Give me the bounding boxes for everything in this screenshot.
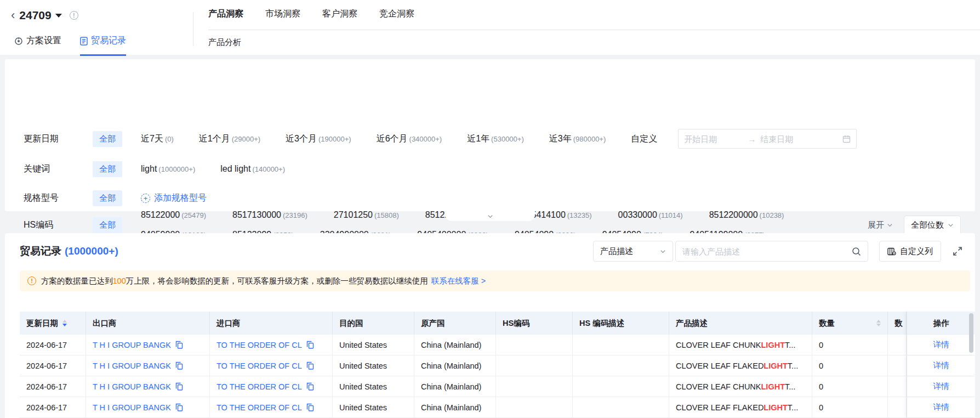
detail-link[interactable]: 详情 [933, 402, 949, 413]
option-custom[interactable]: 自定义 [631, 133, 657, 145]
add-spec-button[interactable]: + 添加规格型号 [141, 193, 207, 204]
copy-icon[interactable] [306, 382, 314, 391]
exporter-link[interactable]: T H I GROUP BANGK [93, 403, 171, 412]
cell-importer: TO THE ORDER OF CL [210, 355, 333, 376]
nav-product-insight[interactable]: 产品洞察 [208, 8, 243, 30]
caret-down-icon[interactable] [55, 14, 62, 18]
sort-icon[interactable] [876, 320, 881, 326]
exporter-link[interactable]: T H I GROUP BANGK [93, 382, 171, 391]
cell-product-desc: CLOVER LEAF CHUNK LIGHT T... [669, 335, 812, 355]
keyword-led-light[interactable]: led light(140000+) [220, 164, 285, 174]
copy-icon[interactable] [175, 403, 183, 411]
cell-hs-code [496, 335, 573, 355]
detail-link[interactable]: 详情 [933, 381, 949, 392]
expand-link[interactable]: 展开 [868, 220, 893, 230]
cell-destination: United States [333, 397, 414, 417]
nav-competitor-insight[interactable]: 竞企洞察 [379, 8, 414, 30]
cell-quantity: 0 [812, 335, 888, 355]
subnav-product-analysis[interactable]: 产品分析 [208, 30, 980, 48]
copy-icon[interactable] [175, 361, 183, 370]
option-7d[interactable]: 近7天(0) [141, 133, 174, 145]
col-clipped: 数 [888, 312, 907, 335]
tab-trade-records[interactable]: 贸易记录 [80, 35, 126, 56]
table-row: 2024-06-17 T H I GROUP BANGK TO THE ORDE… [20, 335, 975, 355]
detail-link[interactable]: 详情 [933, 340, 949, 350]
info-icon[interactable]: ! [70, 11, 78, 20]
tab-plan-settings[interactable]: 方案设置 [14, 35, 61, 56]
trade-records-panel: 贸易记录 (1000000+) 产品描述 自定义列 [5, 233, 975, 418]
copy-icon[interactable] [306, 361, 314, 370]
exporter-link[interactable]: T H I GROUP BANGK [93, 361, 171, 370]
collapse-filters-tab[interactable] [445, 211, 535, 221]
cell-action: 详情 [907, 355, 975, 376]
detail-link[interactable]: 详情 [933, 360, 949, 371]
cell-clipped [888, 335, 907, 355]
exporter-link[interactable]: T H I GROUP BANGK [93, 341, 171, 349]
cell-product-desc: CLOVER LEAF CHUNK LIGHT T... [669, 376, 812, 397]
plan-id[interactable]: 24709 [19, 9, 51, 22]
customize-columns-button[interactable]: 自定义列 [879, 241, 941, 262]
importer-link[interactable]: TO THE ORDER OF CL [216, 382, 302, 391]
cell-action: 详情 [907, 397, 975, 417]
start-date-input[interactable] [684, 134, 743, 144]
option-6m[interactable]: 近6个月(340000+) [377, 133, 442, 145]
nav-customer-insight[interactable]: 客户洞察 [322, 8, 357, 30]
keyword-light[interactable]: light(1000000+) [141, 164, 195, 174]
col-quantity[interactable]: 数量 [812, 312, 888, 335]
hs-code-option[interactable]: 85414100(13235) [527, 210, 592, 220]
col-update-date[interactable]: 更新日期 [20, 312, 86, 335]
hs-code-option[interactable]: 27101250(15808) [334, 210, 399, 220]
cell-importer: TO THE ORDER OF CL [210, 335, 333, 355]
back-chevron-icon[interactable]: ‹ [11, 10, 15, 21]
filter-row-update-date: 更新日期 全部 近7天(0) 近1个月(29000+) 近3个月(190000+… [24, 129, 961, 149]
option-3m[interactable]: 近3个月(190000+) [286, 133, 351, 145]
warning-icon: ! [27, 276, 36, 285]
nav-market-insight[interactable]: 市场洞察 [265, 8, 300, 30]
importer-link[interactable]: TO THE ORDER OF CL [216, 361, 302, 370]
page: ‹ 24709 ! 方案设置 贸易记录 产品洞察 市场洞察 [0, 0, 980, 418]
hs-code-option[interactable]: 8512200000(10238) [709, 210, 784, 220]
plan-tabs: 方案设置 贸易记录 [14, 35, 126, 56]
hs-code-option[interactable]: 8517130000(23196) [232, 210, 307, 220]
filter-label-keyword: 关键词 [24, 163, 93, 175]
keyword-all-chip[interactable]: 全部 [93, 161, 122, 177]
copy-icon[interactable] [175, 341, 183, 349]
option-1m[interactable]: 近1个月(29000+) [199, 133, 260, 145]
table-row: 2024-06-17 T H I GROUP BANGK TO THE ORDE… [20, 355, 975, 376]
cell-destination: United States [333, 376, 414, 397]
search-input[interactable] [682, 247, 852, 256]
cell-hs-code [496, 397, 573, 417]
contact-support-link[interactable]: 联系在线客服 > [431, 276, 486, 286]
hs-code-option[interactable]: 85122000(25479) [141, 210, 206, 220]
importer-link[interactable]: TO THE ORDER OF CL [216, 403, 302, 412]
cell-update-date: 2024-06-17 [20, 397, 86, 417]
cell-clipped [888, 397, 907, 417]
search-icon[interactable] [852, 247, 861, 256]
copy-icon[interactable] [175, 382, 183, 391]
hs-code-option[interactable]: 00330000(11014) [618, 210, 683, 220]
end-date-input[interactable] [760, 134, 819, 144]
option-1y[interactable]: 近1年(530000+) [467, 133, 524, 145]
columns-settings-icon [887, 247, 896, 256]
search-field-select[interactable]: 产品描述 [593, 241, 673, 262]
col-action: 操作 [907, 312, 975, 335]
copy-icon[interactable] [306, 403, 314, 411]
vertical-scrollbar[interactable] [969, 313, 973, 353]
update-date-all-chip[interactable]: 全部 [93, 131, 122, 147]
filter-row-keyword: 关键词 全部 light(1000000+) led light(140000+… [24, 159, 961, 179]
digits-select[interactable]: 全部位数 [904, 216, 961, 235]
calendar-icon [842, 135, 851, 143]
hs-all-chip[interactable]: 全部 [93, 217, 122, 233]
cell-exporter: T H I GROUP BANGK [86, 397, 210, 417]
importer-link[interactable]: TO THE ORDER OF CL [216, 341, 302, 349]
copy-icon[interactable] [306, 341, 314, 349]
sort-icon[interactable] [62, 320, 67, 326]
keyword-options: light(1000000+) led light(140000+) [141, 164, 285, 174]
date-range-picker[interactable]: → [678, 129, 857, 149]
filter-panel: 更新日期 全部 近7天(0) 近1个月(29000+) 近3个月(190000+… [5, 59, 975, 211]
fullscreen-icon[interactable] [952, 246, 963, 257]
cell-hs-desc [573, 335, 669, 355]
cell-quantity: 0 [812, 397, 888, 417]
option-3y[interactable]: 近3年(980000+) [549, 133, 606, 145]
spec-all-chip[interactable]: 全部 [93, 190, 122, 206]
